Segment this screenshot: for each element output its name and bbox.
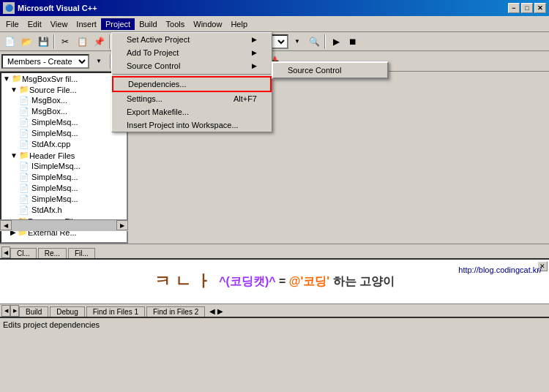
tab-find2[interactable]: Find in Files 2: [146, 306, 205, 317]
menu-set-active[interactable]: Set Active Project ▶: [112, 33, 272, 46]
tree-item[interactable]: 📄 SimpleMsq...: [1, 172, 127, 183]
status-text: Edits project dependencies: [3, 320, 100, 329]
main-area: ▼ 📁 MsgBoxSvr fil... ▼ 📁 Source File... …: [0, 72, 549, 244]
menu-insert-workspace[interactable]: Insert Project into Workspace...: [112, 118, 272, 132]
menu-edit[interactable]: Edit: [23, 18, 46, 30]
tree-item[interactable]: 📄 SimpleMsq...: [1, 128, 127, 139]
menu-build[interactable]: Build: [135, 18, 161, 30]
output-panel: ✕ http://blog.codingcat.kr/ ㅋ ㄴ ㅏ ^(코딩캣)…: [0, 258, 549, 317]
korean-chars: ㅋ ㄴ ㅏ: [154, 271, 212, 293]
tree-item[interactable]: 📄 SimpleMsq...: [1, 117, 127, 128]
app-icon: 🔵: [3, 2, 15, 14]
menu-insert[interactable]: Insert: [72, 18, 101, 30]
tab-fil[interactable]: Fil...: [68, 248, 95, 258]
maximize-button[interactable]: □: [521, 3, 533, 13]
source-control-submenu-content: Source Control: [272, 62, 388, 78]
tree-scrollbar-h[interactable]: ◀ ▶: [0, 219, 128, 231]
tree-item[interactable]: ▼ 📁 Header Files: [1, 150, 127, 161]
status-bar: Edits project dependencies: [0, 317, 549, 331]
menu-file[interactable]: File: [1, 18, 23, 30]
project-dropdown-menu: Set Active Project ▶ Add To Project ▶ So…: [111, 32, 272, 132]
context-combo[interactable]: Members - Create New Class...: [1, 54, 89, 69]
tab-re[interactable]: Re...: [38, 248, 67, 258]
combo-btn[interactable]: ▼: [289, 34, 305, 50]
close-button[interactable]: ✕: [534, 3, 546, 13]
tree-item[interactable]: 📄 ISimpleMsq...: [1, 161, 127, 172]
output-tab-bar: ◀ ▶ Build Debug Find in Files 1 Find in …: [0, 304, 549, 317]
combo2-btn[interactable]: ▼: [91, 53, 107, 69]
menu-source-control[interactable]: Source Control ▶: [112, 59, 272, 72]
toolbar-1: 📄 📂 💾 ✂ 📋 📌 [Globals] Test Item ▼ 🔍 ▶ ⏹: [0, 32, 549, 51]
cut-btn[interactable]: ✂: [57, 34, 73, 50]
tab-build[interactable]: Build: [19, 306, 48, 317]
scroll-track-h: [12, 220, 116, 231]
tab-scroll-left[interactable]: ◀: [1, 246, 10, 258]
new-btn[interactable]: 📄: [1, 34, 18, 50]
korean-main-text: ^(코딩캣)^ = @'코딩' 하는 고양이: [219, 274, 395, 290]
tree-item[interactable]: 📄 SimpleMsq...: [1, 183, 127, 194]
output-tab-scroll-right[interactable]: ▶: [10, 305, 19, 317]
tab-debug[interactable]: Debug: [50, 306, 84, 317]
menu-tools[interactable]: Tools: [162, 18, 190, 30]
output-tab-scroll-left[interactable]: ◀: [1, 305, 10, 317]
paste-btn[interactable]: 📌: [91, 34, 107, 50]
arrow-right-icon: ▶: [252, 62, 257, 69]
tree-item[interactable]: ▼ 📁 Source File...: [1, 84, 127, 95]
folder-icon: ▼: [3, 75, 10, 83]
arrow-right-icon: ▶: [252, 36, 257, 43]
source-control-submenu: Source Control: [272, 61, 389, 79]
folder-icon: ▼: [10, 86, 18, 94]
scroll-left[interactable]: ◀: [0, 220, 12, 230]
sep4: [324, 34, 326, 49]
tree-item[interactable]: 📄 SimpleMsq...: [1, 194, 127, 205]
scroll-right[interactable]: ▶: [116, 220, 128, 230]
window-controls: − □ ✕: [508, 3, 546, 13]
title-bar: 🔵 Microsoft Visual C++ − □ ✕: [0, 0, 549, 16]
stop-btn[interactable]: ⏹: [345, 34, 361, 50]
open-btn[interactable]: 📂: [18, 34, 34, 50]
sep1: [53, 34, 55, 49]
save-btn[interactable]: 💾: [35, 34, 51, 50]
copy-btn[interactable]: 📋: [74, 34, 90, 50]
search-btn[interactable]: 🔍: [306, 34, 322, 50]
panel-tab-bar: ◀ Cl... Re... Fil...: [0, 244, 549, 258]
tree-item[interactable]: 📄 MsgBox...: [1, 95, 127, 106]
run-btn[interactable]: ▶: [328, 34, 344, 50]
menu-bar: File Edit View Insert Project Build Tool…: [0, 16, 549, 32]
bottom-content: http://blog.codingcat.kr/ ㅋ ㄴ ㅏ ^(코딩캣)^ …: [0, 260, 549, 304]
arrow-right-icon: ▶: [252, 49, 257, 56]
menu-add-to-project[interactable]: Add To Project ▶: [112, 46, 272, 59]
tree-item[interactable]: 📄 StdAfx.h: [1, 205, 127, 216]
project-menu-dropdown: Set Active Project ▶ Add To Project ▶ So…: [111, 32, 272, 132]
menu-dependencies[interactable]: Dependencies...: [112, 76, 272, 92]
menu-help[interactable]: Help: [226, 18, 252, 30]
url-text: http://blog.codingcat.kr/: [458, 265, 542, 274]
menu-window[interactable]: Window: [189, 18, 226, 30]
folder-icon: ▼: [10, 151, 18, 159]
tab-find1[interactable]: Find in Files 1: [86, 306, 145, 317]
minimize-button[interactable]: −: [508, 3, 520, 13]
source-control-label: Source Control: [288, 66, 341, 75]
menu-view[interactable]: View: [46, 18, 72, 30]
file-tree-panel: ▼ 📁 MsgBoxSvr fil... ▼ 📁 Source File... …: [0, 72, 128, 244]
tab-cl[interactable]: Cl...: [10, 248, 37, 258]
tree-item[interactable]: 📄 MsgBox...: [1, 106, 127, 117]
menu-divider: [113, 74, 271, 75]
app-title: Microsoft Visual C++: [18, 4, 508, 12]
menu-export-makefile[interactable]: Export Makefile...: [112, 105, 272, 118]
menu-settings[interactable]: Settings... Alt+F7: [112, 92, 272, 105]
menu-project[interactable]: Project: [101, 18, 135, 30]
sep2: [109, 34, 111, 49]
tree-item[interactable]: 📄 StdAfx.cpp: [1, 139, 127, 150]
tree-item[interactable]: ▼ 📁 MsgBoxSvr fil...: [1, 73, 127, 84]
